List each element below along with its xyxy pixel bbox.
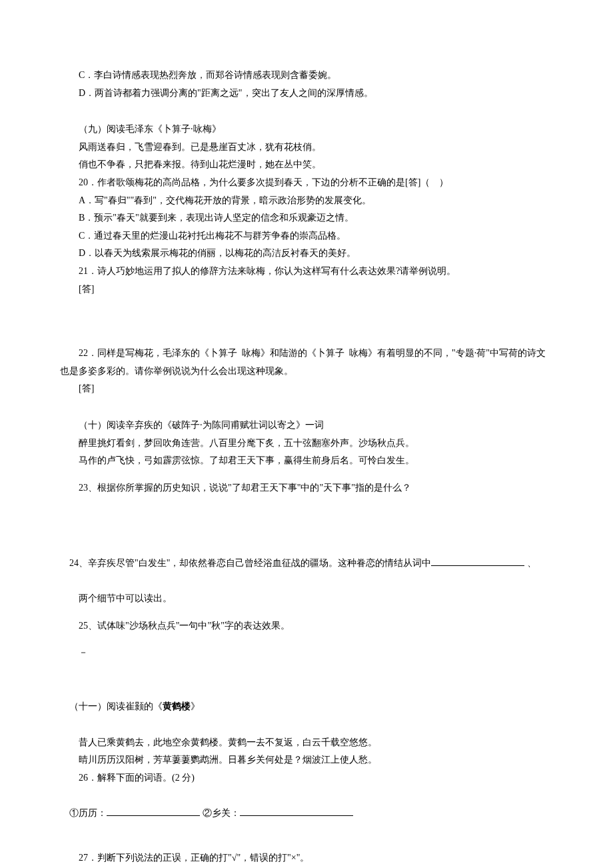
question-23: 23、根据你所掌握的历史知识，说说"了却君王天下事"中的"天下事"指的是什么？ [60,479,553,497]
option-d: D．两首诗都着力强调分离的"距离之远"，突出了友人之间的深厚情感。 [60,85,553,103]
poem-line: 马作的卢飞快，弓如霹雳弦惊。了却君王天下事，赢得生前身后名。可怜白发生。 [60,452,553,470]
poem-line: 醉里挑灯看剑，梦回吹角连营。八百里分麾下炙，五十弦翻塞外声。沙场秋点兵。 [60,435,553,453]
question-24-cont: 两个细节中可以读出。 [60,590,553,608]
question-24: 24、辛弃疾尽管"白发生"，却依然眷恋自己曾经浴血征战的疆场。这种眷恋的情结从词… [60,537,553,590]
spacer [60,298,553,345]
option-c: C．李白诗情感表现热烈奔放，而郑谷诗情感表现则含蓄委婉。 [60,67,553,85]
answer-label: [答] [60,380,553,398]
blank-label-2: ②乡关： [200,808,240,818]
poem-line: 晴川历历汉阳树，芳草萋萋鹦鹉洲。日暮乡关何处是？烟波江上使人愁。 [60,751,553,769]
spacer [60,398,553,417]
option-c: C．通过春天里的烂漫山花衬托出梅花不与群芳争春的崇高品格。 [60,227,553,245]
option-a: A．写"春归""春到"，交代梅花开放的背景，暗示政治形势的发展变化。 [60,192,553,210]
poem-line: 昔人已乘黄鹤去，此地空余黄鹤楼。黄鹤一去不复返，白云千载空悠悠。 [60,734,553,752]
dash-line: － [60,644,553,662]
title-pre: （十一）阅读崔颢的《 [69,701,163,711]
answer-label: [答] [60,281,553,299]
option-d: D．以春天为线索展示梅花的俏丽，以梅花的高洁反衬春天的美好。 [60,245,553,263]
spacer [60,102,553,121]
question-24-text-b: 、 [524,558,536,568]
section-9-title: （九）阅读毛泽东《卜算子·咏梅》 [60,121,553,139]
spacer [60,662,553,681]
title-bold: 黄鹤楼 [163,701,191,711]
title-post: 》 [191,701,200,711]
spacer [60,470,553,479]
question-26-blanks: ①历历： ②乡关： [60,787,553,840]
fill-blank[interactable] [431,565,524,566]
question-22: 22．同样是写梅花，毛泽东的《卜算子 咏梅》和陆游的《卜算子 咏梅》有着明显的不… [60,345,553,380]
blank-label-1: ①历历： [69,808,107,818]
question-26: 26．解释下面的词语。(2 分) [60,769,553,787]
fill-blank[interactable] [240,815,353,816]
document-page: C．李白诗情感表现热烈奔放，而郑谷诗情感表现则含蓄委婉。 D．两首诗都着力强调分… [0,0,613,868]
poem-line: 俏也不争春，只把春来报。待到山花烂漫时，她在丛中笑。 [60,156,553,174]
section-10-title: （十）阅读辛弃疾的《破阵子·为陈同甫赋壮词以寄之》一词 [60,417,553,435]
question-21: 21．诗人巧妙地运用了拟人的修辞方法来咏梅，你认为这样写有什么表达效果?请举例说… [60,263,553,281]
section-11-title: （十一）阅读崔颢的《黄鹤楼》 [60,681,553,734]
fill-blank[interactable] [107,815,200,816]
question-20: 20．作者歌颂梅花的高尚品格，为什么要多次提到春天，下边的分析不正确的是[答]（… [60,174,553,192]
spacer [60,608,553,617]
question-24-text-a: 24、辛弃疾尽管"白发生"，却依然眷恋自己曾经浴血征战的疆场。这种眷恋的情结从词… [69,558,431,568]
poem-line: 风雨送春归，飞雪迎春到。已是悬崖百丈冰，犹有花枝俏。 [60,139,553,157]
question-25: 25、试体味"沙场秋点兵"一句中"秋"字的表达效果。 [60,617,553,635]
spacer [60,497,553,537]
spacer [60,635,553,644]
spacer [60,840,553,849]
option-b: B．预示"春天"就要到来，表现出诗人坚定的信念和乐观豪迈之情。 [60,209,553,227]
question-27: 27．判断下列说法的正误，正确的打"√"，错误的打"×"。 [60,849,553,867]
